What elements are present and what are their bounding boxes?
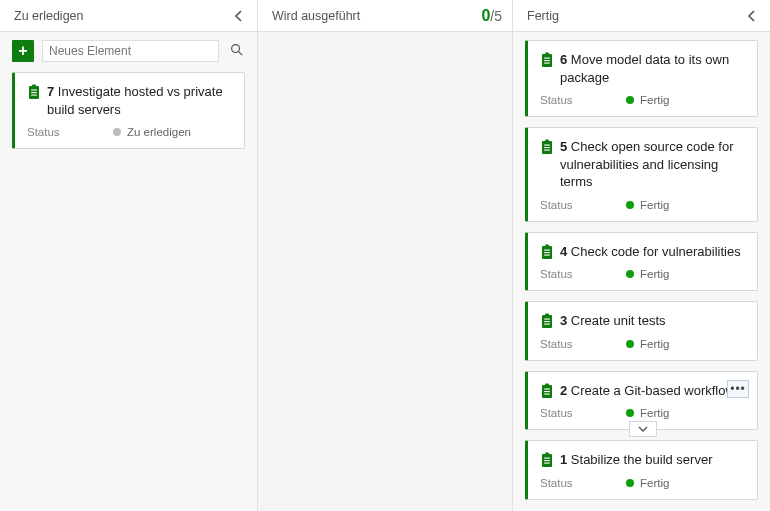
column-header-todo: Zu erledigen <box>0 0 257 32</box>
column-header-doing: Wird ausgeführt 0/5 <box>258 0 512 32</box>
card[interactable]: 6 Move model data to its own packageStat… <box>525 40 758 117</box>
svg-rect-36 <box>544 463 550 464</box>
search-icon[interactable] <box>227 42 245 60</box>
card-title: Investigate hosted vs private build serv… <box>47 84 223 117</box>
card-number: 4 <box>560 244 567 259</box>
clipboard-icon <box>540 383 554 399</box>
card-title-row: 3 Create unit tests <box>540 312 745 330</box>
column-done: Fertig 6 Move model data to its own pack… <box>513 0 770 511</box>
card-title-row: 1 Stabilize the build server <box>540 451 745 469</box>
card-title: Stabilize the build server <box>571 452 713 467</box>
clipboard-icon <box>540 452 554 468</box>
column-header-done: Fertig <box>513 0 770 32</box>
status-value: Fertig <box>640 199 669 211</box>
status-value: Zu erledigen <box>127 126 191 138</box>
card-status-row: Status Zu erledigen <box>27 126 232 138</box>
status-dot <box>626 340 634 348</box>
svg-rect-35 <box>544 460 550 461</box>
status-label: Status <box>540 338 626 350</box>
card-number: 6 <box>560 52 567 67</box>
clipboard-icon <box>27 84 41 100</box>
card-number: 1 <box>560 452 567 467</box>
svg-point-0 <box>231 45 239 53</box>
card-title-row: 2 Create a Git-based workflow <box>540 382 745 400</box>
svg-rect-30 <box>544 391 550 392</box>
card[interactable]: 4 Check code for vulnerabilitiesStatusFe… <box>525 232 758 292</box>
card[interactable]: 3 Create unit testsStatusFertig <box>525 301 758 361</box>
svg-rect-23 <box>545 314 549 317</box>
svg-rect-4 <box>31 90 37 91</box>
card[interactable]: 5 Check open source code for vulnerabili… <box>525 127 758 222</box>
wip-max: 5 <box>494 8 502 24</box>
card-number: 5 <box>560 139 567 154</box>
column-todo: Zu erledigen + Neues Element <box>0 0 258 511</box>
status-dot <box>113 128 121 136</box>
card[interactable]: 2 Create a Git-based workflowStatusFerti… <box>525 371 758 431</box>
card-status-row: StatusFertig <box>540 477 745 489</box>
new-item-placeholder: Neues Element <box>49 44 131 58</box>
status-value: Fertig <box>640 338 669 350</box>
svg-rect-5 <box>31 92 37 93</box>
card[interactable]: 7 Investigate hosted vs private build se… <box>12 72 245 149</box>
card-title-row: 4 Check code for vulnerabilities <box>540 243 745 261</box>
card-more-button[interactable]: ••• <box>727 380 749 398</box>
svg-rect-26 <box>544 324 550 325</box>
card-title: Move model data to its own package <box>560 52 729 85</box>
kanban-board: Zu erledigen + Neues Element <box>0 0 770 511</box>
svg-rect-33 <box>545 453 549 456</box>
svg-rect-18 <box>545 244 549 247</box>
card-status-row: StatusFertig <box>540 94 745 106</box>
wip-counter: 0/5 <box>481 7 502 25</box>
status-value: Fertig <box>640 407 669 419</box>
new-item-input[interactable]: Neues Element <box>42 40 219 62</box>
card-title-row: 5 Check open source code for vulnerabili… <box>540 138 745 191</box>
status-label: Status <box>540 407 626 419</box>
svg-rect-25 <box>544 321 550 322</box>
column-body-todo: + Neues Element 7 Investigate hosted vs … <box>0 32 257 511</box>
clipboard-icon <box>540 52 554 68</box>
svg-rect-29 <box>544 388 550 389</box>
add-item-button[interactable]: + <box>12 40 34 62</box>
collapse-icon[interactable] <box>744 8 760 24</box>
card-number: 7 <box>47 84 54 99</box>
status-dot <box>626 479 634 487</box>
status-label: Status <box>27 126 113 138</box>
svg-rect-8 <box>545 53 549 56</box>
status-label: Status <box>540 94 626 106</box>
clipboard-icon <box>540 139 554 155</box>
svg-rect-13 <box>545 140 549 143</box>
svg-rect-6 <box>31 95 37 96</box>
card-status-row: StatusFertig <box>540 199 745 211</box>
svg-rect-28 <box>545 383 549 386</box>
card-title: Check open source code for vulnerabiliti… <box>560 139 733 189</box>
card-number: 2 <box>560 383 567 398</box>
svg-rect-3 <box>32 85 36 88</box>
card-title: Create unit tests <box>571 313 666 328</box>
expand-icon[interactable] <box>629 421 657 437</box>
svg-rect-15 <box>544 147 550 148</box>
status-dot <box>626 409 634 417</box>
add-item-row: + Neues Element <box>12 40 245 72</box>
svg-line-1 <box>238 52 242 56</box>
status-label: Status <box>540 268 626 280</box>
column-title: Zu erledigen <box>14 9 84 23</box>
wip-current: 0 <box>481 7 490 24</box>
clipboard-icon <box>540 313 554 329</box>
status-dot <box>626 201 634 209</box>
svg-rect-20 <box>544 252 550 253</box>
card[interactable]: 1 Stabilize the build serverStatusFertig <box>525 440 758 500</box>
collapse-icon[interactable] <box>231 8 247 24</box>
svg-rect-21 <box>544 254 550 255</box>
svg-rect-14 <box>544 145 550 146</box>
column-body-doing[interactable] <box>258 32 512 511</box>
svg-rect-16 <box>544 150 550 151</box>
card-number: 3 <box>560 313 567 328</box>
card-title: Create a Git-based workflow <box>571 383 735 398</box>
card-title-row: 7 Investigate hosted vs private build se… <box>27 83 232 118</box>
svg-rect-11 <box>544 63 550 64</box>
column-title: Wird ausgeführt <box>272 9 360 23</box>
status-value: Fertig <box>640 94 669 106</box>
status-dot <box>626 96 634 104</box>
status-value: Fertig <box>640 477 669 489</box>
svg-rect-24 <box>544 319 550 320</box>
